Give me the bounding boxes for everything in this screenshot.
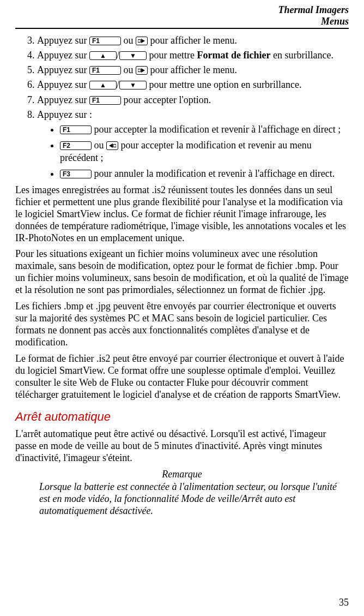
key-f3: F3 xyxy=(60,170,92,178)
step-3: Appuyez sur F1 ou pour afficher le menu. xyxy=(37,34,349,47)
up-arrow-icon: ▲ xyxy=(89,51,117,60)
header-title: Thermal Imagers xyxy=(278,4,349,15)
key-f1: F1 xyxy=(89,96,121,105)
down-arrow-icon: ▼ xyxy=(119,81,147,89)
header-rule xyxy=(15,28,349,29)
right-arrow-icon xyxy=(136,66,148,75)
section-heading-auto-off: Arrêt automatique xyxy=(15,410,349,424)
up-arrow-icon: ▲ xyxy=(89,81,117,89)
step-4: Appuyez sur ▲/▼ pour mettre Format de fi… xyxy=(37,49,349,62)
key-f2: F2 xyxy=(60,141,92,150)
left-arrow-icon xyxy=(106,141,118,150)
key-f1: F1 xyxy=(89,66,121,75)
step-7: Appuyez sur F1 pour accepter l'option. xyxy=(37,94,349,106)
bullet-f3: F3 pour annuler la modification et reven… xyxy=(60,168,349,180)
step-list: Appuyez sur F1 ou pour afficher le menu.… xyxy=(15,34,349,180)
note-body: Lorsque la batterie est connectée à l'al… xyxy=(39,481,344,517)
note-label: Remarque xyxy=(15,469,349,480)
bullet-f2: F2 ou pour accepter la modification et r… xyxy=(60,139,349,164)
step-6: Appuyez sur ▲/▼ pour mettre une option e… xyxy=(37,79,349,91)
key-f1: F1 xyxy=(89,37,121,45)
key-f1: F1 xyxy=(60,125,92,134)
svg-rect-1 xyxy=(138,69,141,72)
svg-rect-2 xyxy=(113,144,116,147)
paragraph-email: Les fichiers .bmp et .jpg peuvent être e… xyxy=(15,301,349,349)
step-8-bullets: F1 pour accepter la modification et reve… xyxy=(37,123,349,180)
header-subtitle: Menus xyxy=(15,16,349,27)
bullet-f1: F1 pour accepter la modification et reve… xyxy=(60,123,349,136)
step-8: Appuyez sur : F1 pour accepter la modifi… xyxy=(37,109,349,180)
paragraph-bmp-jpg: Pour les situations exigeant un fichier … xyxy=(15,248,349,296)
running-header: Thermal Imagers Menus xyxy=(15,4,349,27)
right-arrow-icon xyxy=(136,37,148,45)
down-arrow-icon: ▼ xyxy=(119,51,147,60)
paragraph-is2-format: Les images enregistrées au format .is2 r… xyxy=(15,184,349,244)
step-5: Appuyez sur F1 ou pour afficher le menu. xyxy=(37,64,349,76)
section-body-auto-off: L'arrêt automatique peut être activé ou … xyxy=(15,428,349,464)
format-de-fichier-label: Format de fichier xyxy=(197,50,270,61)
page-number: 35 xyxy=(339,597,349,608)
paragraph-smartview: Le format de fichier .is2 peut être envo… xyxy=(15,353,349,401)
svg-rect-0 xyxy=(138,40,141,43)
